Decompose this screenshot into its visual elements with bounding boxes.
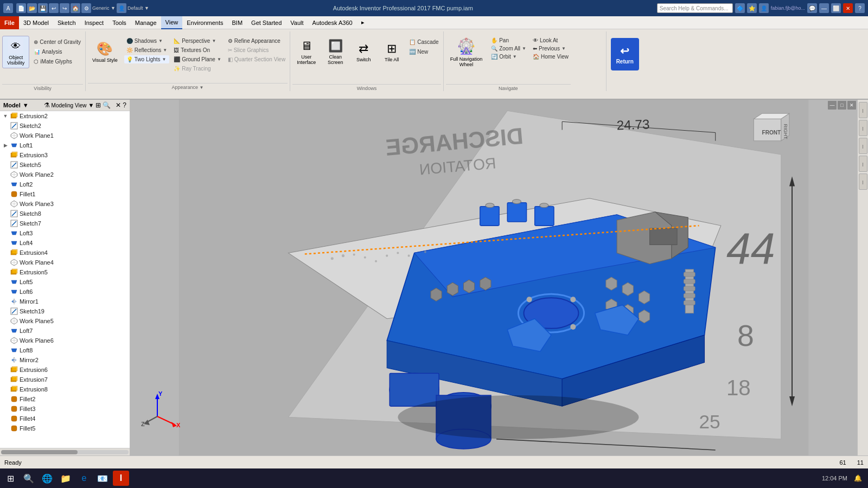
textures-btn[interactable]: 🖼 Textures On <box>171 46 224 54</box>
tree-item-extrusion8[interactable]: Extrusion8 <box>0 384 130 394</box>
home-view-btn[interactable]: 🏠 Home View <box>531 53 571 60</box>
zoom-all-btn[interactable]: 🔍 Zoom All ▼ <box>489 45 528 52</box>
tree-item-extrusion4[interactable]: Extrusion4 <box>0 248 130 258</box>
task-mail-btn[interactable]: 📧 <box>94 471 111 486</box>
sidebar-scrollbar[interactable] <box>0 448 130 455</box>
cascade-btn[interactable]: 📋 Cascade <box>407 38 441 46</box>
previous-btn[interactable]: ⬅ Previous ▼ <box>531 45 571 52</box>
two-lights-btn[interactable]: 💡 Two Lights ▼ <box>124 55 169 63</box>
close-btn[interactable]: ✕ <box>843 3 853 13</box>
tree-item-sketch19[interactable]: Sketch19 <box>0 306 130 316</box>
home-btn[interactable]: 🏠 <box>71 3 80 13</box>
imate-glyphs-btn[interactable]: ⬡ iMate Glyphs <box>31 57 83 66</box>
object-visibility-btn[interactable]: 👁 Object Visibility <box>2 36 29 68</box>
menu-sketch[interactable]: Sketch <box>53 16 80 29</box>
visual-style-btn[interactable]: 🎨 Visual Style <box>88 36 122 68</box>
task-ie-btn[interactable]: e <box>76 471 92 486</box>
tree-item-extrusion6[interactable]: Extrusion6 <box>0 365 130 375</box>
help-search[interactable]: Search Help & Commands... <box>657 3 733 13</box>
tile-all-btn[interactable]: ⊞ Tile All <box>379 36 405 68</box>
new-window-btn[interactable]: 🆕 New <box>407 48 441 56</box>
shadows-btn[interactable]: 🌑 Shadows ▼ <box>124 37 169 45</box>
undo-btn[interactable]: ↩ <box>49 3 59 13</box>
tree-item-fillet4[interactable]: Fillet4 <box>0 414 130 423</box>
tree-item-fillet1[interactable]: Fillet1 <box>0 189 130 199</box>
refine-appearance-btn[interactable]: ⚙ Refine Appearance <box>226 37 288 45</box>
rp-btn-4[interactable]: | <box>859 156 867 172</box>
tree-item-sketch5[interactable]: Sketch5 <box>0 160 130 170</box>
tree-item-loft7[interactable]: Loft7 <box>0 326 130 336</box>
tree-item-loft2[interactable]: Loft2 <box>0 179 130 189</box>
modeling-view-label[interactable]: Modeling View <box>52 102 87 108</box>
minimize-btn[interactable]: — <box>819 3 829 13</box>
ray-tracing-btn[interactable]: ✨ Ray Tracing <box>171 65 224 73</box>
rp-btn-2[interactable]: | <box>859 120 867 136</box>
redo-btn[interactable]: ↪ <box>60 3 69 13</box>
rp-btn-5[interactable]: | <box>859 174 867 190</box>
model-dropdown-icon[interactable]: ▼ <box>23 102 29 108</box>
user-icon[interactable]: 👤 <box>759 3 769 13</box>
autodesk-btn[interactable]: 🔷 <box>735 3 745 13</box>
menu-environments[interactable]: Environments <box>182 16 227 29</box>
menu-view[interactable]: View <box>161 16 183 29</box>
menu-extra[interactable]: ▸ <box>357 16 369 29</box>
tree-expand-extrusion2[interactable]: ▼ <box>2 113 9 119</box>
tree-item-loft1[interactable]: ▶Loft1 <box>0 140 130 150</box>
tree-item-loft8[interactable]: Loft8 <box>0 345 130 355</box>
task-search-btn[interactable]: 🔍 <box>21 471 37 486</box>
notification-btn[interactable]: 🔔 <box>850 471 866 486</box>
menu-inspect[interactable]: Inspect <box>80 16 108 29</box>
close-sidebar-icon[interactable]: ✕ <box>116 101 121 109</box>
tree-item-loft3[interactable]: Loft3 <box>0 228 130 238</box>
menu-a360[interactable]: Autodesk A360 <box>308 16 357 29</box>
center-gravity-btn[interactable]: ⊕ Center of Gravity <box>31 38 83 46</box>
expand-all-icon[interactable]: ⊞ <box>95 101 101 109</box>
tree-item-extrusion3[interactable]: Extrusion3 <box>0 150 130 160</box>
tree-item-workplane2[interactable]: Work Plane2 <box>0 170 130 179</box>
viewport-minimize[interactable]: — <box>828 101 837 110</box>
new-btn[interactable]: 📄 <box>16 3 26 13</box>
quarter-section-btn[interactable]: ◧ Quarter Section View <box>226 55 288 63</box>
orbit-btn[interactable]: 🔄 Orbit ▼ <box>489 53 528 60</box>
menu-tools[interactable]: Tools <box>108 16 131 29</box>
menu-getstarted[interactable]: Get Started <box>247 16 286 29</box>
tree-item-workplane5[interactable]: Work Plane5 <box>0 316 130 326</box>
app-logo[interactable]: A <box>3 3 13 13</box>
tree-item-mirror1[interactable]: Mirror1 <box>0 297 130 306</box>
tree-item-sketch8[interactable]: Sketch8 <box>0 209 130 219</box>
tree-item-fillet2[interactable]: Fillet2 <box>0 394 130 404</box>
tree-item-extrusion5[interactable]: Extrusion5 <box>0 267 130 277</box>
tree-item-loft5[interactable]: Loft5 <box>0 277 130 287</box>
tree-item-sketch7[interactable]: Sketch7 <box>0 219 130 228</box>
tree-item-sketch2[interactable]: Sketch2 <box>0 121 130 131</box>
clean-screen-btn[interactable]: 🔲 Clean Screen <box>322 36 348 68</box>
viewport-close[interactable]: ✕ <box>847 101 856 110</box>
reflections-btn[interactable]: 🔆 Reflections ▼ <box>124 46 169 54</box>
filter-icon[interactable]: ⚗ <box>44 101 50 109</box>
chat-btn[interactable]: 💬 <box>807 3 817 13</box>
return-btn[interactable]: ↩ Return <box>611 38 639 70</box>
help-btn[interactable]: ? <box>855 3 865 13</box>
ground-plane-btn[interactable]: ⬛ Ground Plane ▼ <box>171 55 224 63</box>
tree-item-extrusion7[interactable]: Extrusion7 <box>0 375 130 384</box>
task-explorer-btn[interactable]: 📁 <box>58 471 74 486</box>
rp-btn-1[interactable]: | <box>859 102 867 118</box>
pan-btn[interactable]: ✋ Pan <box>489 37 528 44</box>
restore-btn[interactable]: ⬜ <box>831 3 841 13</box>
switch-btn[interactable]: ⇄ Switch <box>350 36 376 68</box>
tree-item-loft6[interactable]: Loft6 <box>0 287 130 297</box>
windows-start-btn[interactable]: ⊞ <box>2 471 18 486</box>
tree-item-loft4[interactable]: Loft4 <box>0 238 130 248</box>
user-interface-btn[interactable]: 🖥 User Interface <box>292 36 320 68</box>
look-at-btn[interactable]: 👁 Look At <box>531 37 571 44</box>
modeling-view-dropdown[interactable]: ▼ <box>88 102 94 108</box>
task-inventor-btn[interactable]: I <box>113 471 129 486</box>
tree-item-extrusion2[interactable]: ▼Extrusion2 <box>0 111 130 121</box>
tree-item-workplane4[interactable]: Work Plane4 <box>0 258 130 267</box>
help-sidebar-icon[interactable]: ? <box>123 101 126 109</box>
tree-item-workplane6[interactable]: Work Plane6 <box>0 336 130 345</box>
perspective-btn[interactable]: 📐 Perspective ▼ <box>171 37 224 45</box>
save-btn[interactable]: 💾 <box>38 3 48 13</box>
slice-graphics-btn[interactable]: ✂ Slice Graphics <box>226 46 288 54</box>
search-tree-icon[interactable]: 🔍 <box>103 101 111 109</box>
